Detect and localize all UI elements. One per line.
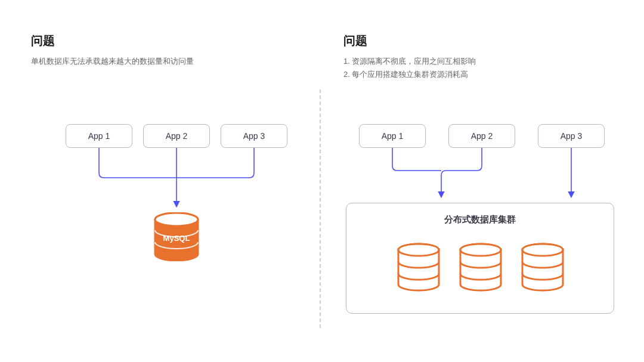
mysql-label: MySQL xyxy=(153,234,200,243)
svg-point-5 xyxy=(460,244,501,256)
right-desc-line-1: 1. 资源隔离不彻底，应用之间互相影响 xyxy=(343,55,476,68)
right-app-box-1: App 1 xyxy=(359,124,426,148)
svg-point-7 xyxy=(522,244,563,256)
left-app-label-1: App 1 xyxy=(88,131,110,141)
left-app-label-2: App 2 xyxy=(166,131,188,141)
cluster-box: 分布式数据库集群 xyxy=(346,203,614,314)
right-app-box-2: App 2 xyxy=(448,124,515,148)
right-desc-line-2: 2. 每个应用搭建独立集群资源消耗高 xyxy=(343,68,476,81)
right-app-label-1: App 1 xyxy=(382,131,404,141)
left-description: 单机数据库无法承载越来越大的数据量和访问量 xyxy=(31,55,194,68)
right-app-label-3: App 3 xyxy=(561,131,583,141)
svg-point-1 xyxy=(155,213,198,226)
left-app-box-2: App 2 xyxy=(143,124,210,148)
left-app-label-3: App 3 xyxy=(243,131,265,141)
cluster-db-icon-3 xyxy=(519,243,566,293)
svg-point-3 xyxy=(398,244,439,256)
right-app-box-3: App 3 xyxy=(538,124,605,148)
cluster-db-icon-2 xyxy=(457,243,504,293)
right-description: 1. 资源隔离不彻底，应用之间互相影响 2. 每个应用搭建独立集群资源消耗高 xyxy=(343,55,476,81)
right-panel: 问题 1. 资源隔离不彻底，应用之间互相影响 2. 每个应用搭建独立集群资源消耗… xyxy=(322,0,644,362)
right-app-label-2: App 2 xyxy=(471,131,493,141)
right-heading: 问题 xyxy=(343,33,367,49)
left-app-box-3: App 3 xyxy=(221,124,287,148)
cluster-db-icon-1 xyxy=(395,243,442,293)
left-app-box-1: App 1 xyxy=(66,124,132,148)
cluster-title: 分布式数据库集群 xyxy=(346,214,614,225)
left-panel: 问题 单机数据库无法承载越来越大的数据量和访问量 App 1 App 2 App… xyxy=(0,0,322,362)
left-heading: 问题 xyxy=(31,33,55,49)
